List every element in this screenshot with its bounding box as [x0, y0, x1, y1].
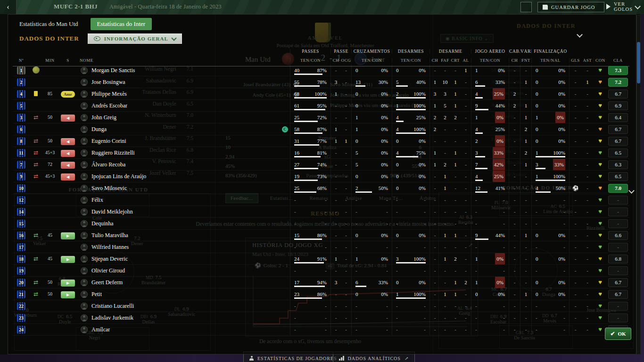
player-row[interactable]: 1Morgan De Sanctis4087%--00%00%---110%--…	[13, 65, 629, 76]
player-name-cell[interactable]: Morgan De Sanctis	[78, 65, 290, 76]
window-button[interactable]	[520, 2, 532, 12]
player-name-cell[interactable]: DungaC	[78, 123, 290, 135]
player-name-cell[interactable]: Álvaro Recoba	[78, 159, 290, 170]
scrollbar-thumb[interactable]	[637, 42, 640, 83]
stat-pair-cell: 425%	[471, 171, 509, 182]
player-name-cell[interactable]: Stjepan Deveric	[78, 253, 290, 264]
sub-on-arrow-icon: ⇄	[33, 279, 38, 286]
player-name-cell[interactable]: Olivier Giroud	[78, 265, 290, 276]
stat-cell: -	[461, 194, 471, 206]
stat-cell: -	[581, 300, 594, 312]
player-name-cell[interactable]: Jose Bosingwa	[78, 76, 290, 88]
rating-cell: -	[607, 206, 629, 217]
player-avatar	[81, 138, 88, 145]
subbed-on-button[interactable]: ▶	[61, 280, 75, 287]
player-name-cell[interactable]: David Meiklejohn	[78, 206, 290, 217]
stat-cell: -	[341, 206, 351, 217]
subbed-on-button[interactable]: ▶	[61, 232, 75, 239]
rating-badge: 7.3	[608, 66, 628, 75]
sub-status-cell: ◀	[58, 135, 78, 147]
player-row[interactable]: 3⇄50◀John Greig2572%--10%425%222-10%-110…	[13, 112, 629, 123]
player-row[interactable]: 8⇄50◀Eugenio Corini3177%1100%00%----20%-…	[13, 135, 629, 147]
player-name-cell[interactable]: Geert Deferm	[78, 277, 290, 288]
stat-cell: -	[461, 100, 471, 111]
player-name-cell[interactable]: Ladislav Jurkemik	[78, 312, 290, 323]
player-row[interactable]: 23Ladislav Jurkemik--------------------♥…	[13, 312, 629, 324]
stat-pair-cell: 5887%	[290, 123, 330, 135]
shirt-number: 12	[13, 194, 30, 206]
player-name-cell[interactable]: Amílcar	[78, 324, 290, 335]
stat-pair-cell: --	[471, 324, 509, 335]
player-row[interactable]: 485AmrPhilippe Mexès68100%1-00%2100%331-…	[13, 88, 629, 100]
stat-cell: -	[461, 312, 471, 323]
subbed-off-button[interactable]: ◀	[61, 115, 75, 122]
player-row[interactable]: 11⇄45+3◀Ruggiero Rizzitelli1681%--50%475…	[13, 147, 629, 159]
player-row[interactable]: 7⇄72◀Álvaro Recoba2774%--50%00%121-742%-…	[13, 159, 629, 171]
sub-on-arrow-icon: ⇄	[33, 291, 38, 297]
player-row[interactable]: 19Olivier Giroud--------------------♥-	[13, 265, 629, 277]
player-name-cell[interactable]: Wilfried Hannes	[78, 241, 290, 253]
player-row[interactable]: 21⇄50▶Petit2386%--00%1100%-11-00%-100%--…	[13, 288, 629, 300]
shirt-number: 23	[13, 312, 30, 323]
stat-cell: -	[330, 230, 341, 241]
subbed-on-button[interactable]: ▶	[61, 256, 75, 263]
player-row[interactable]: 22Cristiano Lucarelli-------------------…	[13, 300, 629, 312]
player-row[interactable]: 18⇄45▶Stjepan Deveric2491%1-10%3100%-12-…	[13, 253, 629, 265]
subbed-off-button[interactable]: ◀	[61, 150, 75, 157]
stat-cell: -	[461, 112, 471, 123]
player-name-cell[interactable]: Cristiano Lucarelli	[78, 300, 290, 312]
player-row[interactable]: 2Jose Bosingwa5578%3-1330%540%1101-633%-…	[13, 76, 629, 88]
stat-cell: 2	[440, 159, 450, 170]
ok-button[interactable]: ✔ OK	[605, 328, 631, 340]
tab-stats-manutd[interactable]: Estatísticas do Man Utd	[19, 20, 78, 28]
player-name-cell[interactable]: Ruggiero Rizzitelli	[78, 147, 290, 158]
table-body: 1Morgan De Sanctis4087%--00%00%---110%--…	[13, 65, 629, 336]
player-row[interactable]: 24Amílcar--------------------♥-	[13, 324, 629, 336]
player-row[interactable]: 15Dequinha--------------------♥-	[13, 218, 629, 230]
player-name-cell[interactable]: Ipojucan Lins de Araújo	[78, 171, 290, 182]
player-row[interactable]: 10Savo Milosevic2568%--250%00%-1--1241%-…	[13, 182, 629, 194]
chevron-down-icon[interactable]	[577, 32, 583, 38]
stat-bar	[396, 97, 426, 99]
player-row[interactable]: 16⇄45▶Tulio Maravilha1586%--00%00%-11-94…	[13, 230, 629, 241]
player-row[interactable]: 12Félix--------------------♥-	[13, 194, 629, 206]
player-row[interactable]: 6DungaC5887%1-10%4100%2---425%-200%--♥6.…	[13, 123, 629, 135]
subbed-off-button[interactable]: ◀	[61, 173, 75, 181]
minute-cell	[42, 312, 58, 323]
stat-pair-cell: 475%	[392, 147, 429, 158]
sub-status-cell: ◀	[58, 112, 78, 123]
player-row[interactable]: 14David Meiklejohn--------------------♥-	[13, 206, 629, 218]
rating-badge: -	[608, 207, 628, 216]
condition-heart-icon: ♥	[598, 114, 602, 121]
save-game-button[interactable]: GUARDAR JOGO	[537, 2, 604, 12]
back-button[interactable]: ‹	[0, 0, 17, 14]
player-name-cell[interactable]: Petit	[78, 288, 290, 300]
player-row[interactable]: 5Andrés Escobar6195%--00%1100%151-944%21…	[13, 100, 629, 112]
player-name-cell[interactable]: John Greig	[78, 112, 290, 123]
player-name-cell[interactable]: Andrés Escobar	[78, 100, 290, 111]
tab-stats-inter[interactable]: Estatísticas do Inter	[91, 18, 152, 30]
stat-cell: 1	[450, 277, 461, 288]
player-name-cell[interactable]: Savo Milosevic	[78, 182, 290, 194]
player-name-cell[interactable]: Philippe Mexès	[78, 88, 290, 99]
player-name-cell[interactable]: Dequinha	[78, 218, 290, 229]
player-avatar	[81, 303, 88, 310]
player-name-cell[interactable]: Tulio Maravilha	[78, 230, 290, 241]
player-row[interactable]: 20⇄50▶Geert Deferm1794%3-633%00%--1210%-…	[13, 277, 629, 288]
player-name-cell[interactable]: Eugenio Corini	[78, 135, 290, 147]
stat-cell: -	[520, 194, 531, 206]
stat-pair-cell: 1100%	[392, 288, 429, 300]
subbed-on-button[interactable]: ▶	[61, 291, 75, 298]
player-row[interactable]: 9⇄45+3◀Ipojucan Lins de Araújo1973%--00%…	[13, 171, 629, 182]
subbed-off-button[interactable]: ◀	[61, 138, 75, 145]
stat-cell: -	[520, 253, 531, 264]
stat-cell: -	[581, 112, 594, 123]
info-geral-dropdown[interactable]: INFORMAÇÃO GERAL	[88, 33, 182, 44]
subbed-off-button[interactable]: ◀	[61, 162, 75, 169]
player-name-cell[interactable]: Félix	[78, 194, 290, 206]
stat-bar	[536, 168, 565, 169]
stat-cell: -	[461, 300, 471, 312]
column-header: TEN/CON	[471, 58, 509, 63]
player-row[interactable]: 17Wilfried Hannes--------------------♥-	[13, 241, 629, 253]
stat-pair-cell: 2491%	[290, 253, 330, 264]
